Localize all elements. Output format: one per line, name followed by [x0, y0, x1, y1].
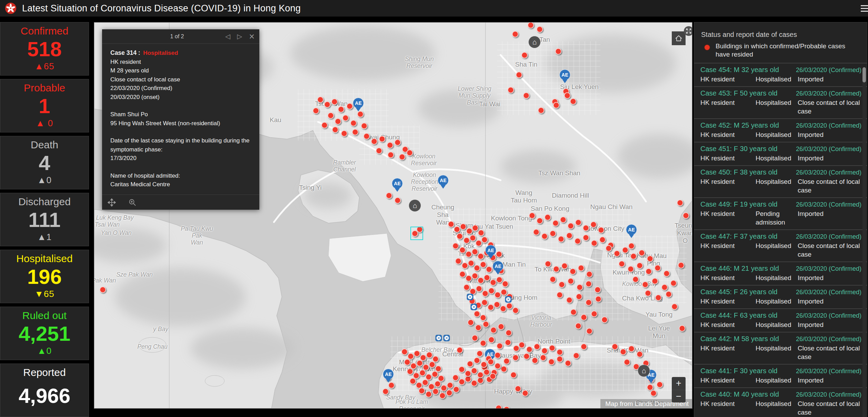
- case-building-dot[interactable]: [376, 148, 382, 154]
- case-list-item[interactable]: Case 449: F 19 years old 26/03/2020 (Con…: [694, 197, 867, 229]
- case-building-dot[interactable]: [481, 299, 488, 306]
- case-building-dot[interactable]: [332, 127, 339, 133]
- case-building-dot[interactable]: [647, 384, 654, 391]
- closed-building-icon[interactable]: ✕: [471, 304, 477, 310]
- case-building-dot[interactable]: [496, 277, 503, 283]
- case-building-dot[interactable]: [379, 136, 386, 142]
- case-list-item[interactable]: Case 441: F 30 years old 26/03/2020 (Con…: [694, 364, 867, 387]
- case-building-dot[interactable]: [395, 197, 401, 204]
- case-building-dot[interactable]: [503, 358, 510, 365]
- case-building-dot[interactable]: [557, 292, 563, 298]
- case-building-dot[interactable]: [570, 268, 576, 275]
- case-building-dot[interactable]: [552, 220, 559, 227]
- magnifier-plus-icon[interactable]: [128, 198, 137, 207]
- case-building-dot[interactable]: [463, 284, 470, 291]
- case-building-dot[interactable]: [455, 258, 462, 265]
- case-building-dot[interactable]: [459, 379, 465, 385]
- case-building-dot[interactable]: [540, 355, 547, 361]
- case-building-dot[interactable]: [481, 361, 487, 368]
- case-building-dot[interactable]: [477, 350, 483, 357]
- case-list-item[interactable]: Case 444: F 63 years old 26/03/2020 (Con…: [694, 308, 867, 332]
- case-building-dot[interactable]: [466, 275, 472, 282]
- case-list-item[interactable]: Case 442: M 58 years old 26/03/2020 (Con…: [694, 332, 867, 364]
- hospital-icon[interactable]: ⌂: [528, 36, 541, 48]
- case-building-dot[interactable]: [545, 261, 551, 267]
- case-building-dot[interactable]: [342, 115, 349, 121]
- case-building-dot[interactable]: [558, 236, 565, 242]
- case-building-dot[interactable]: [529, 212, 536, 219]
- case-building-dot[interactable]: [568, 278, 574, 285]
- case-building-dot[interactable]: [486, 266, 492, 273]
- case-building-dot[interactable]: [586, 271, 593, 278]
- closed-building-icon[interactable]: ✕: [505, 296, 512, 303]
- case-building-dot[interactable]: [568, 223, 574, 229]
- case-building-dot[interactable]: [537, 218, 543, 224]
- case-building-dot[interactable]: [601, 317, 608, 323]
- case-building-dot[interactable]: [612, 344, 618, 350]
- case-building-dot[interactable]: [407, 150, 413, 156]
- case-building-dot[interactable]: [537, 26, 543, 33]
- case-list-item[interactable]: Case 451: F 30 years old 26/03/2020 (Con…: [694, 142, 867, 165]
- case-building-dot[interactable]: [647, 256, 654, 262]
- case-building-dot[interactable]: [522, 390, 529, 397]
- case-building-dot[interactable]: [472, 249, 478, 255]
- case-building-dot[interactable]: [426, 352, 433, 358]
- case-building-dot[interactable]: [361, 123, 368, 129]
- case-list-item[interactable]: Case 446: M 21 years old 26/03/2020 (Con…: [694, 261, 867, 285]
- case-building-dot[interactable]: [639, 250, 645, 256]
- case-building-dot[interactable]: [426, 391, 432, 398]
- default-extent-button[interactable]: [672, 31, 686, 45]
- case-building-dot[interactable]: [606, 245, 612, 252]
- ae-hospital-pin[interactable]: AE: [485, 245, 496, 259]
- case-building-dot[interactable]: [459, 271, 466, 278]
- case-building-dot[interactable]: [465, 370, 471, 377]
- case-building-dot[interactable]: [599, 237, 606, 243]
- zoom-in-button[interactable]: +: [672, 377, 686, 390]
- case-building-dot[interactable]: [598, 227, 605, 234]
- case-building-dot[interactable]: [581, 314, 587, 321]
- case-building-dot[interactable]: [630, 253, 637, 260]
- case-building-dot[interactable]: [410, 378, 416, 385]
- case-building-dot[interactable]: [505, 339, 511, 346]
- case-building-dot[interactable]: [482, 290, 489, 297]
- case-building-dot[interactable]: [595, 287, 601, 293]
- case-building-dot[interactable]: [480, 340, 487, 347]
- ae-hospital-pin[interactable]: AE: [353, 98, 364, 111]
- case-building-dot[interactable]: [419, 388, 425, 394]
- case-building-dot[interactable]: [417, 360, 423, 367]
- case-list-item[interactable]: Case 454: M 32 years old 26/03/2020 (Con…: [694, 63, 867, 86]
- case-building-dot[interactable]: [628, 243, 635, 249]
- case-building-dot[interactable]: [321, 122, 328, 129]
- case-building-dot[interactable]: [401, 349, 408, 355]
- case-building-dot[interactable]: [495, 363, 501, 369]
- case-building-dot[interactable]: [395, 139, 401, 146]
- case-building-dot[interactable]: [488, 304, 494, 311]
- case-building-dot[interactable]: [407, 368, 413, 375]
- ae-hospital-pin[interactable]: AE: [392, 178, 403, 192]
- case-building-dot[interactable]: [508, 87, 514, 93]
- case-building-dot[interactable]: [670, 280, 677, 287]
- case-building-dot[interactable]: [637, 351, 643, 358]
- case-building-dot[interactable]: [510, 372, 517, 378]
- case-building-dot[interactable]: [480, 315, 487, 321]
- popup-prev-button[interactable]: ◁: [225, 32, 230, 40]
- case-building-dot[interactable]: [388, 152, 394, 158]
- case-building-dot[interactable]: [622, 247, 629, 254]
- case-building-dot[interactable]: [526, 346, 533, 353]
- case-building-dot[interactable]: [387, 142, 393, 149]
- case-building-dot[interactable]: [619, 261, 625, 267]
- case-building-dot[interactable]: [447, 382, 453, 389]
- case-building-dot[interactable]: [533, 229, 540, 236]
- case-building-dot[interactable]: [515, 386, 521, 392]
- hospital-icon[interactable]: ⌂: [638, 365, 650, 377]
- case-building-dot[interactable]: [498, 324, 505, 330]
- case-building-dot[interactable]: [586, 281, 592, 287]
- case-building-dot[interactable]: [500, 306, 507, 312]
- case-list-item[interactable]: Case 453: F 50 years old 26/03/2020 (Con…: [694, 86, 867, 118]
- case-building-dot[interactable]: [575, 238, 581, 245]
- case-building-dot[interactable]: [512, 31, 519, 38]
- case-building-dot[interactable]: [545, 214, 551, 221]
- case-building-dot[interactable]: [650, 390, 657, 397]
- case-building-dot[interactable]: [363, 133, 370, 140]
- case-building-dot[interactable]: [452, 243, 459, 249]
